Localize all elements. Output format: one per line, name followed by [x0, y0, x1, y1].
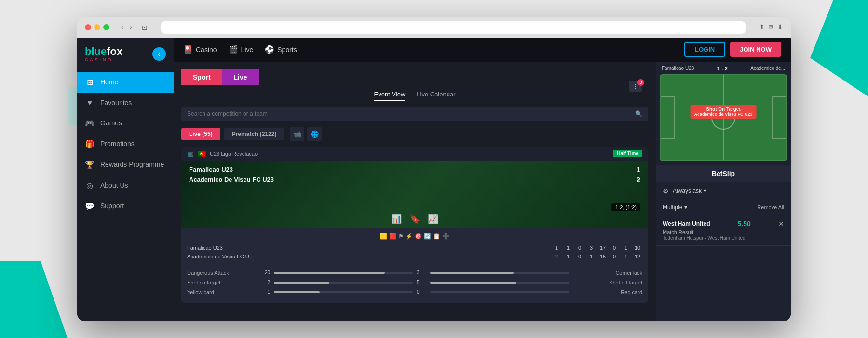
join-button[interactable]: JOIN NOW — [730, 42, 781, 57]
traffic-lights — [85, 24, 109, 30]
search-input[interactable] — [187, 110, 631, 117]
red-card-bar — [430, 291, 569, 293]
shot-on-target-label: Shot on target — [187, 280, 257, 285]
match-scores-overlay: Famalicao U23 1 Academico De Viseu FC U2… — [181, 161, 648, 189]
team1-score: 1 — [637, 165, 640, 174]
title-bar: ‹ › ⊡ ⬆ ⧉ ⬇ — [77, 17, 791, 38]
collapse-sidebar-button[interactable]: ‹ — [152, 47, 166, 61]
shot-off-target-num: 5 — [417, 280, 426, 285]
address-bar[interactable] — [161, 21, 746, 34]
always-ask-chevron: ▾ — [704, 188, 706, 194]
t1-s1: 1 — [552, 245, 561, 251]
bet-type-selector[interactable]: Multiple ▾ — [663, 204, 687, 211]
games-icon: 🎮 — [85, 119, 95, 128]
close-bet-button[interactable]: ✕ — [778, 220, 784, 228]
share-icon: ⬆ — [759, 23, 765, 31]
t1-s2: 1 — [563, 245, 573, 251]
sidebar-item-support[interactable]: 💬 Support — [77, 196, 174, 216]
dangerous-attack-num: 20 — [260, 270, 270, 275]
dangerous-attack-row: Dangerous Attack 20 3 Corner kick — [187, 270, 642, 276]
team2-score-row: Academico De Viseu FC U23 2 — [189, 176, 640, 184]
prematch-filter-button[interactable]: Prematch (2122) — [224, 128, 285, 140]
live-filter-button[interactable]: Live (55) — [181, 128, 220, 140]
betslip-header: BetSlip — [656, 165, 791, 182]
red-card-num: 0 — [417, 289, 426, 295]
t1-s8: 10 — [633, 245, 642, 251]
team1-score-row: Famalicao U23 1 — [189, 165, 640, 174]
maximize-button[interactable] — [103, 24, 109, 30]
bet-odds: 5.50 — [738, 220, 751, 228]
team1-name: Famalicao U23 — [189, 166, 233, 173]
corner-kick-fill — [430, 272, 514, 274]
team1-stats-name: Famalicao U23 — [187, 245, 550, 251]
match-card: 📺 🇵🇹 U23 Liga Revelacao Half Time Famali… — [181, 147, 648, 303]
field-penalty-left — [661, 96, 675, 139]
sidebar-item-about[interactable]: ◎ About Us — [77, 175, 174, 196]
shot-off-target-bar — [430, 282, 569, 284]
live-tab[interactable]: Live — [222, 69, 259, 85]
team1-stats-row: Famalicao U23 1 1 0 3 17 0 1 10 — [187, 243, 642, 252]
event-view-tabs: Event View Live Calendar — [181, 91, 648, 101]
trend-icon[interactable]: 📈 — [428, 214, 438, 224]
sidebar-item-favourites[interactable]: ♥ Favourites — [77, 93, 174, 113]
mac-window: ‹ › ⊡ ⬆ ⧉ ⬇ bluefox CASINO ‹ — [77, 17, 791, 321]
home-icon: ⊞ — [85, 78, 95, 87]
sidebar-item-home[interactable]: ⊞ Home — [77, 72, 174, 93]
more-options-button[interactable]: ⋮ 3 — [629, 81, 642, 92]
sidebar-favourites-label: Favourites — [100, 99, 132, 107]
live-icon: 🎬 — [229, 45, 238, 54]
match-league-icon: 📺 — [187, 150, 194, 157]
shot-off-target-fill — [430, 282, 516, 284]
content-area: Sport Live ⋮ 3 Event View L — [174, 62, 791, 321]
yellow-card-label: Yellow card — [187, 289, 257, 295]
sidebar-item-games[interactable]: 🎮 Games — [77, 113, 174, 134]
forward-button[interactable]: › — [127, 22, 134, 33]
sidebar-rewards-label: Rewards Programme — [100, 161, 164, 168]
nav-live[interactable]: 🎬 Live — [229, 45, 254, 54]
stats-icon[interactable]: 📊 — [391, 214, 402, 224]
tab-event-view[interactable]: Event View — [374, 91, 405, 101]
corner-kick-bar — [430, 272, 569, 274]
download-icon: ⬇ — [777, 23, 783, 31]
sport-tab[interactable]: Sport — [181, 69, 222, 85]
camera-view-icon[interactable]: 📹 — [290, 127, 304, 141]
corner-kick-num: 3 — [417, 270, 426, 275]
progress-section: Dangerous Attack 20 3 Corner kick — [181, 266, 648, 303]
bet-type-display: Match Result — [663, 230, 784, 235]
dangerous-attack-fill — [274, 272, 385, 274]
minimize-button[interactable] — [94, 24, 100, 30]
bet-team-name: West Ham United — [663, 220, 710, 227]
globe-view-icon[interactable]: 🌐 — [307, 127, 322, 141]
tab-live-calendar[interactable]: Live Calendar — [417, 91, 455, 101]
sidebar-item-rewards[interactable]: 🏆 Rewards Programme — [77, 154, 174, 175]
football-field: Shot On Target Academico de Viseu FC U23 — [660, 74, 787, 161]
shot-on-target-fill — [274, 282, 329, 284]
nav-sports[interactable]: ⚽ Sports — [265, 45, 297, 54]
sidebar-home-label: Home — [100, 78, 118, 86]
field-penalty-right — [772, 96, 786, 139]
betslip-type-row: Multiple ▾ Remove All — [656, 200, 791, 215]
logo-blue: blue — [85, 46, 107, 57]
foul-icon: 📋 — [433, 233, 440, 240]
shot-on-target-bar — [274, 282, 413, 284]
half-time-badge: Half Time — [613, 150, 642, 157]
nav-casino[interactable]: 🎴 Casino — [183, 45, 217, 54]
bet-item: West Ham United 5.50 ✕ Match Result Tott… — [656, 215, 791, 246]
login-button[interactable]: LOGIN — [684, 42, 725, 57]
remove-all-button[interactable]: Remove All — [757, 204, 784, 210]
yellow-card-num: 1 — [260, 289, 270, 295]
t1-s3: 0 — [575, 245, 584, 251]
view-icons: 📹 🌐 — [290, 127, 322, 141]
sidebar-promotions-label: Promotions — [100, 140, 135, 148]
sport-live-tabs: Sport Live — [181, 69, 259, 85]
t1-s4: 3 — [586, 245, 596, 251]
sidebar-item-promotions[interactable]: 🎁 Promotions — [77, 134, 174, 154]
match-header: 📺 🇵🇹 U23 Liga Revelacao Half Time — [181, 147, 648, 161]
deco-mid-left — [68, 87, 77, 125]
always-ask-selector[interactable]: Always ask ▾ — [673, 188, 706, 194]
bookmark-icon[interactable]: 🔖 — [409, 214, 420, 224]
back-button[interactable]: ‹ — [119, 22, 125, 33]
logo-area: bluefox CASINO ‹ — [77, 38, 174, 68]
close-button[interactable] — [85, 24, 91, 30]
sidebar: bluefox CASINO ‹ ⊞ Home ♥ Favourites 🎮 G… — [77, 38, 174, 321]
